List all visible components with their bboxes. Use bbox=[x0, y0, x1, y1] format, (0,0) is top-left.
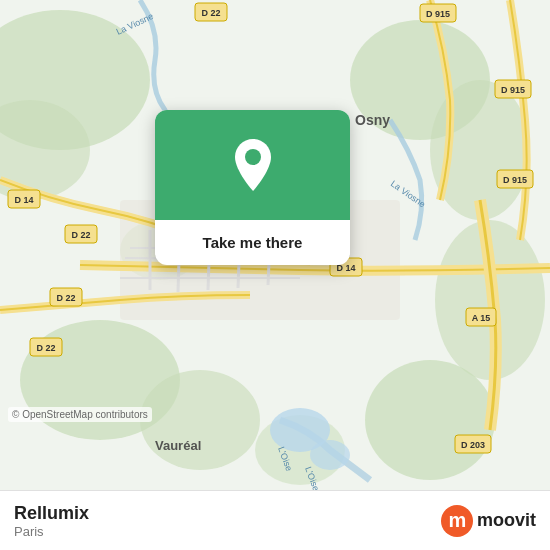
map-attribution: © OpenStreetMap contributors bbox=[8, 407, 152, 422]
svg-text:D 915: D 915 bbox=[503, 175, 527, 185]
svg-text:A 15: A 15 bbox=[472, 313, 491, 323]
svg-text:D 22: D 22 bbox=[201, 8, 220, 18]
popup-card[interactable]: Take me there bbox=[155, 110, 350, 265]
location-pin-icon bbox=[229, 137, 277, 193]
svg-text:D 14: D 14 bbox=[14, 195, 33, 205]
bottom-bar: Rellumix Paris m moovit bbox=[0, 490, 550, 550]
app-info: Rellumix Paris bbox=[14, 503, 89, 539]
svg-point-12 bbox=[310, 440, 350, 470]
svg-point-42 bbox=[245, 149, 261, 165]
moovit-m-icon: m bbox=[441, 505, 473, 537]
svg-text:Osny: Osny bbox=[355, 112, 390, 128]
svg-text:D 22: D 22 bbox=[71, 230, 90, 240]
popup-label[interactable]: Take me there bbox=[187, 220, 319, 265]
popup-green-area bbox=[155, 110, 350, 220]
svg-text:D 203: D 203 bbox=[461, 440, 485, 450]
svg-text:D 915: D 915 bbox=[501, 85, 525, 95]
moovit-logo: m moovit bbox=[441, 505, 536, 537]
svg-text:D 22: D 22 bbox=[56, 293, 75, 303]
svg-text:Vauréal: Vauréal bbox=[155, 438, 201, 453]
svg-text:D 915: D 915 bbox=[426, 9, 450, 19]
moovit-text: moovit bbox=[477, 510, 536, 531]
app-name: Rellumix bbox=[14, 503, 89, 524]
svg-point-8 bbox=[365, 360, 495, 480]
svg-point-4 bbox=[140, 370, 260, 470]
map: D 14 D 22 D 22 D 22 D 14 D 22 D 915 D 91… bbox=[0, 0, 550, 490]
app-location: Paris bbox=[14, 524, 89, 539]
svg-text:D 22: D 22 bbox=[36, 343, 55, 353]
